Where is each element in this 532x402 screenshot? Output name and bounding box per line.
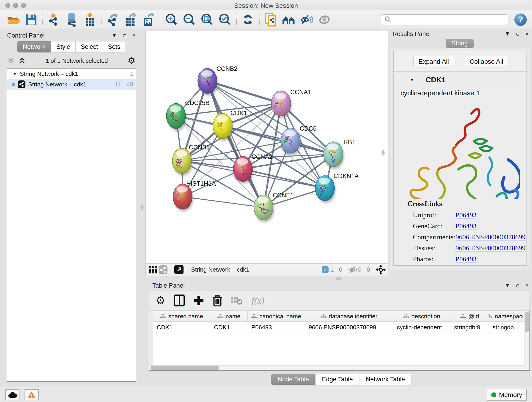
bottom-splitter-handle[interactable] [336, 277, 342, 280]
collapse-all-icon[interactable] [18, 57, 26, 65]
table-cell[interactable]: cyclin-dependent ... [393, 322, 450, 332]
hide-unhide-button[interactable] [298, 12, 316, 28]
column-header-name[interactable]: name [210, 311, 248, 322]
tab-select[interactable]: Select [76, 41, 103, 52]
export-network-button[interactable] [104, 12, 122, 28]
network-edge-HIST1H1A-CCNE1[interactable] [183, 197, 264, 207]
network-canvas[interactable]: CCNB2CCNA1CDC25BCDK1CDC6RB1CCNB1CCNA2CDK… [146, 31, 388, 263]
column-header-canonical-name[interactable]: canonical name [248, 311, 305, 322]
crosslink-tissues-link[interactable]: 9606.ENSP00000378699 [456, 244, 526, 252]
table-cell[interactable]: stringdb [489, 322, 523, 332]
protein-expander-icon[interactable]: ▼ [410, 77, 414, 83]
column-header--id[interactable]: @id [450, 311, 489, 322]
left-splitter-handle[interactable] [140, 204, 144, 210]
export-table-button[interactable] [122, 12, 139, 28]
export-image-button[interactable] [139, 12, 157, 28]
network-node-CDKN1A[interactable]: CDKN1A [315, 172, 359, 203]
zoom-in-button[interactable] [162, 12, 180, 28]
network-node-CCNA2[interactable]: CCNA2 [233, 153, 273, 184]
hidden-eye-icon[interactable] [348, 265, 358, 275]
delete-table-icon[interactable] [231, 296, 243, 305]
panel-menu-icon[interactable]: ▼ [505, 31, 510, 37]
network-options-gear-icon[interactable]: ⚙ [128, 58, 135, 63]
grid-view-icon[interactable] [148, 265, 158, 275]
network-edge-CCNB2-CCNA1[interactable] [207, 81, 281, 103]
protein-header-row[interactable]: ▼ CDK1 [394, 73, 526, 86]
network-node-HIST1H1A[interactable]: HIST1H1A [170, 180, 216, 211]
close-panel-icon[interactable]: ✕ [526, 32, 529, 36]
right-splitter-handle[interactable] [381, 150, 385, 156]
table-hscrollbar[interactable] [149, 365, 524, 370]
import-network-file-button[interactable] [45, 12, 63, 28]
add-column-icon[interactable] [193, 295, 204, 306]
column-header-database-identifier[interactable]: database identifier [305, 311, 393, 322]
show-graphics-button[interactable] [316, 12, 333, 28]
detach-view-icon[interactable] [174, 265, 184, 275]
network-node-CDC6[interactable]: CDC6 [281, 125, 317, 156]
tab-sets[interactable]: Sets [103, 41, 125, 52]
cloud-status-button[interactable] [5, 389, 19, 400]
network-graph[interactable]: CCNB2CCNA1CDC25BCDK1CDC6RB1CCNB1CCNA2CDK… [146, 31, 388, 263]
collapse-all-button[interactable]: Collapse All [465, 56, 508, 67]
zoom-out-button[interactable] [180, 12, 198, 28]
network-collection-row[interactable]: ▼ String Network – cdk1 1 [7, 69, 136, 79]
help-button[interactable]: ? [514, 13, 527, 26]
birds-eye-icon[interactable] [376, 265, 386, 275]
column-header-description[interactable]: description [393, 311, 450, 322]
panel-menu-icon[interactable]: ▼ [505, 282, 510, 288]
open-session-button[interactable] [4, 12, 22, 28]
search-input[interactable] [381, 14, 508, 25]
table-cell[interactable]: 9606.ENSP00000378699 [305, 322, 393, 332]
tab-style[interactable]: Style [51, 41, 76, 52]
vscroll-thumb[interactable] [525, 312, 529, 332]
selected-checkbox-icon[interactable]: ✓ [322, 266, 329, 273]
import-network-database-button[interactable] [63, 12, 81, 28]
network-node-CDC25B[interactable]: CDC25B [160, 99, 210, 131]
tab-edge-table[interactable]: Edge Table [316, 374, 360, 385]
float-panel-icon[interactable]: ▢ [516, 283, 520, 288]
network-edge-CCNB2-CCNE1[interactable] [207, 81, 264, 207]
show-columns-icon[interactable] [174, 294, 185, 306]
tab-string[interactable]: String [446, 39, 474, 48]
close-panel-icon[interactable]: ✕ [526, 283, 529, 288]
network-node-RB1[interactable]: RB1 [324, 139, 355, 169]
zoom-selected-button[interactable] [216, 12, 234, 28]
delete-column-icon[interactable] [213, 294, 222, 306]
warning-status-button[interactable] [25, 389, 39, 400]
network-node-CCNB2[interactable]: CCNB2 [198, 65, 238, 96]
network-node-CDK1[interactable]: CDK1 [212, 109, 247, 141]
table-row[interactable]: CDK1CDK1P064939606.ENSP00000378699cyclin… [153, 322, 524, 333]
function-builder-icon[interactable]: f(x) [252, 295, 264, 306]
tab-network-table[interactable]: Network Table [360, 374, 412, 385]
crosslink-uniprot-link[interactable]: P06493 [456, 211, 476, 219]
expand-all-button[interactable]: Expand All [413, 56, 454, 67]
tab-node-table[interactable]: Node Table [271, 374, 316, 385]
float-panel-icon[interactable]: ▢ [123, 33, 127, 38]
refresh-button[interactable] [239, 12, 257, 28]
table-cell[interactable]: CDK1 [153, 322, 210, 332]
import-table-button[interactable] [81, 12, 99, 28]
table-cell[interactable]: P06493 [248, 322, 305, 332]
hscroll-thumb[interactable] [151, 366, 219, 370]
network-share-view-icon[interactable] [158, 265, 168, 275]
table-cell[interactable]: CDK1 [210, 322, 248, 332]
column-header-shared-name[interactable]: shared name [153, 311, 210, 322]
float-panel-icon[interactable]: ▢ [516, 32, 520, 36]
collection-expander-icon[interactable]: ▼ [13, 71, 17, 77]
network-row[interactable]: String Network – cdk1 11 48 [7, 79, 136, 89]
expand-all-icon[interactable] [7, 57, 15, 65]
memory-button[interactable]: Memory [487, 389, 527, 401]
panel-menu-icon[interactable]: ▼ [112, 32, 117, 38]
tab-network[interactable]: Network [17, 41, 51, 52]
crosslink-genecard-link[interactable]: P06493 [456, 222, 476, 230]
save-session-button[interactable] [22, 12, 40, 28]
table-gear-icon[interactable]: ⚙ [156, 295, 165, 306]
crosslink-pharos-link[interactable]: P06493 [456, 255, 476, 263]
crosslink-compartments-link[interactable]: 9606.ENSP00000378699 [456, 233, 526, 241]
copy-network-button[interactable] [262, 12, 280, 28]
home-view-button[interactable] [280, 12, 298, 28]
table-vscrollbar[interactable] [524, 311, 530, 370]
close-panel-icon[interactable]: ✕ [133, 33, 135, 38]
table-cell[interactable]: stringdb:9... [450, 322, 489, 332]
column-header-namespace[interactable]: namespace [489, 311, 523, 322]
